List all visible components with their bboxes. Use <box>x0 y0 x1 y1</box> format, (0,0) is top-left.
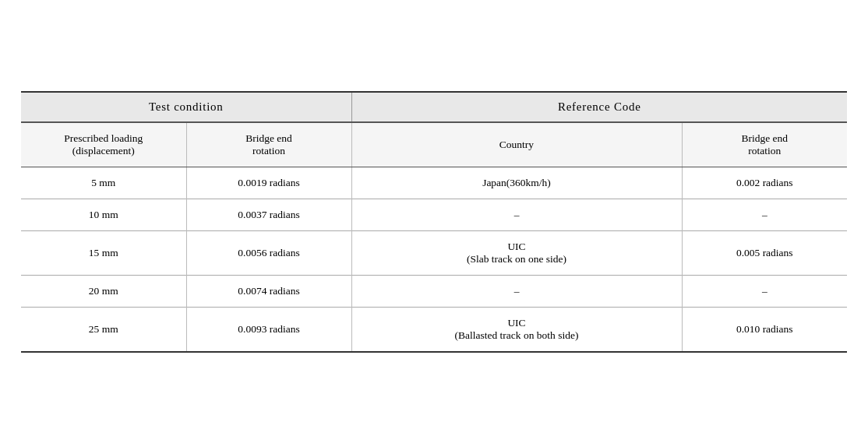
rotation-value-2: 0.005 radians <box>682 230 847 275</box>
main-table-container: Test condition Reference Code Prescribed… <box>21 91 847 353</box>
rotation-value-2: 0.010 radians <box>682 307 847 352</box>
table-row: 25 mm 0.0093 radians UIC(Ballasted track… <box>21 307 847 352</box>
header-row-group2: Prescribed loading(displacement) Bridge … <box>21 122 847 167</box>
loading-value: 20 mm <box>21 275 186 307</box>
loading-value: 15 mm <box>21 230 186 275</box>
table-row: 10 mm 0.0037 radians – – <box>21 199 847 230</box>
rotation-value-1: 0.0037 radians <box>186 199 351 230</box>
country-value: Japan(360km/h) <box>351 167 682 199</box>
table-row: 20 mm 0.0074 radians – – <box>21 275 847 307</box>
data-table: Test condition Reference Code Prescribed… <box>21 91 847 353</box>
bridge-end-rotation-header-1: Bridge endrotation <box>186 122 351 167</box>
header-row-group1: Test condition Reference Code <box>21 92 847 122</box>
country-value: – <box>351 275 682 307</box>
rotation-value-2: – <box>682 275 847 307</box>
country-value: UIC(Slab track on one side) <box>351 230 682 275</box>
country-value: UIC(Ballasted track on both side) <box>351 307 682 352</box>
reference-code-header: Reference Code <box>351 92 847 122</box>
loading-value: 5 mm <box>21 167 186 199</box>
country-value: – <box>351 199 682 230</box>
table-body: 5 mm 0.0019 radians Japan(360km/h) 0.002… <box>21 167 847 352</box>
loading-value: 25 mm <box>21 307 186 352</box>
country-header: Country <box>351 122 682 167</box>
prescribed-loading-header: Prescribed loading(displacement) <box>21 122 186 167</box>
rotation-value-1: 0.0074 radians <box>186 275 351 307</box>
rotation-value-2: – <box>682 199 847 230</box>
rotation-value-1: 0.0093 radians <box>186 307 351 352</box>
table-row: 5 mm 0.0019 radians Japan(360km/h) 0.002… <box>21 167 847 199</box>
table-row: 15 mm 0.0056 radians UIC(Slab track on o… <box>21 230 847 275</box>
loading-value: 10 mm <box>21 199 186 230</box>
bridge-end-rotation-header-2: Bridge endrotation <box>682 122 847 167</box>
rotation-value-1: 0.0056 radians <box>186 230 351 275</box>
test-condition-header: Test condition <box>21 92 351 122</box>
rotation-value-2: 0.002 radians <box>682 167 847 199</box>
rotation-value-1: 0.0019 radians <box>186 167 351 199</box>
